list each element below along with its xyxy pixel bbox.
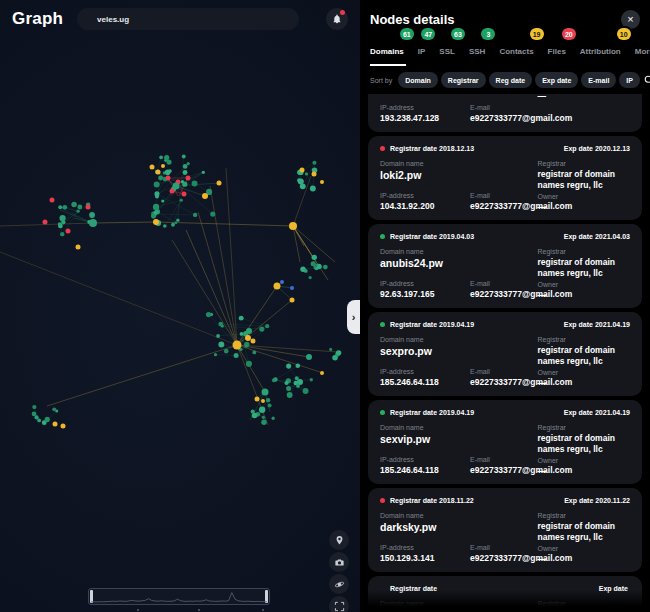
graph-node[interactable]: [218, 322, 223, 327]
graph-node[interactable]: [216, 334, 220, 338]
sort-option-ip[interactable]: IP: [619, 72, 640, 88]
domain-card[interactable]: Registrar date Exp date Domain name IP-a…: [368, 576, 642, 612]
graph-node[interactable]: [272, 417, 275, 420]
graph-node[interactable]: [234, 353, 239, 358]
close-button[interactable]: ×: [621, 10, 640, 29]
graph-node[interactable]: [289, 222, 297, 230]
panel-search-button[interactable]: [643, 74, 650, 86]
location-pin-button[interactable]: [329, 530, 349, 550]
graph-node[interactable]: [151, 214, 156, 219]
graph-node[interactable]: [233, 341, 242, 350]
tab-files[interactable]: 20 Files: [548, 28, 568, 66]
graph-node[interactable]: [246, 328, 252, 334]
domain-card[interactable]: Registrar date2019.04.03 Exp date2021.04…: [368, 224, 642, 308]
tab-domains[interactable]: 61 Domains: [370, 28, 406, 66]
graph-node[interactable]: [155, 195, 159, 199]
graph-node[interactable]: [312, 172, 317, 177]
search-input[interactable]: [95, 14, 281, 25]
graph-node[interactable]: [224, 349, 229, 354]
graph-node[interactable]: [310, 186, 316, 192]
sort-option-registrar[interactable]: Registrar: [441, 72, 486, 88]
graph-node[interactable]: [280, 280, 284, 284]
graph-node[interactable]: [58, 222, 62, 226]
graph-node[interactable]: [158, 176, 163, 181]
graph-node[interactable]: [153, 219, 159, 225]
fullscreen-button[interactable]: [329, 596, 349, 612]
graph-node[interactable]: [156, 170, 161, 175]
graph-node[interactable]: [163, 224, 167, 228]
graph-node[interactable]: [60, 232, 64, 236]
graph-node[interactable]: [217, 181, 222, 186]
graph-node[interactable]: [251, 410, 255, 414]
domain-card[interactable]: Registrar date2018.12.13 Exp date2020.12…: [368, 136, 642, 220]
graph-node[interactable]: [313, 263, 317, 267]
graph-node[interactable]: [159, 155, 163, 159]
orbit-view-button[interactable]: [329, 574, 349, 594]
graph-node[interactable]: [182, 155, 186, 159]
graph-node[interactable]: [180, 199, 183, 202]
graph-node[interactable]: [332, 355, 338, 361]
graph-node[interactable]: [150, 165, 155, 170]
graph-node[interactable]: [183, 164, 188, 169]
graph-node[interactable]: [186, 176, 191, 181]
graph-node[interactable]: [89, 219, 97, 227]
domain-card[interactable]: Registrar date Exp date Domain name IP-a…: [368, 94, 642, 132]
graph-node[interactable]: [320, 180, 324, 184]
graph-node[interactable]: [164, 155, 169, 160]
graph-node[interactable]: [290, 286, 294, 290]
graph-node[interactable]: [329, 348, 332, 351]
sort-option-reg-date[interactable]: Reg date: [489, 72, 533, 88]
graph-node[interactable]: [32, 412, 37, 417]
notifications-button[interactable]: [326, 8, 348, 30]
graph-node[interactable]: [239, 316, 244, 321]
graph-node[interactable]: [259, 407, 265, 413]
graph-node[interactable]: [310, 378, 313, 381]
graph-node[interactable]: [245, 345, 248, 348]
graph-node[interactable]: [296, 384, 300, 388]
graph-node[interactable]: [305, 172, 308, 175]
graph-node[interactable]: [76, 245, 81, 250]
graph-node[interactable]: [266, 398, 270, 402]
graph-node[interactable]: [161, 164, 165, 168]
graph-node[interactable]: [214, 353, 217, 356]
graph-node[interactable]: [187, 162, 190, 165]
graph-node[interactable]: [183, 170, 188, 175]
sort-option-e-mail[interactable]: E-mail: [581, 72, 616, 88]
graph-node[interactable]: [240, 332, 244, 336]
graph-node[interactable]: [255, 397, 260, 402]
domain-card[interactable]: Registrar date2018.11.22 Exp date2020.11…: [368, 488, 642, 572]
graph-canvas[interactable]: [0, 0, 360, 612]
graph-node[interactable]: [295, 376, 299, 380]
graph-node[interactable]: [154, 181, 160, 187]
graph-node[interactable]: [312, 255, 317, 260]
graph-node[interactable]: [192, 181, 198, 187]
graph-node[interactable]: [181, 180, 184, 183]
graph-node[interactable]: [304, 269, 308, 273]
sort-option-domain[interactable]: Domain: [398, 72, 438, 88]
graph-node[interactable]: [286, 364, 291, 369]
graph-node[interactable]: [193, 213, 197, 217]
graph-node[interactable]: [43, 220, 48, 225]
graph-node[interactable]: [286, 386, 291, 391]
graph-node[interactable]: [290, 298, 295, 303]
graph-node[interactable]: [259, 326, 264, 331]
graph-node[interactable]: [272, 378, 276, 382]
graph-node[interactable]: [323, 265, 328, 270]
tab-contacts[interactable]: 19 Contacts: [499, 28, 535, 66]
graph-node[interactable]: [252, 413, 258, 419]
graph-node[interactable]: [308, 276, 311, 279]
graph-node[interactable]: [262, 389, 269, 396]
graph-node[interactable]: [274, 283, 281, 290]
domain-card[interactable]: Registrar date2019.04.19 Exp date2021.04…: [368, 400, 642, 484]
graph-node[interactable]: [300, 168, 305, 173]
graph-node[interactable]: [76, 210, 79, 213]
graph-node[interactable]: [171, 223, 175, 227]
graph-node[interactable]: [173, 183, 180, 190]
graph-node[interactable]: [245, 335, 251, 341]
graph-node[interactable]: [166, 176, 171, 181]
graph-node[interactable]: [336, 350, 341, 355]
graph-node[interactable]: [59, 215, 65, 221]
tab-more[interactable]: More: [635, 28, 650, 66]
graph-node[interactable]: [295, 363, 300, 368]
graph-node[interactable]: [268, 404, 272, 408]
